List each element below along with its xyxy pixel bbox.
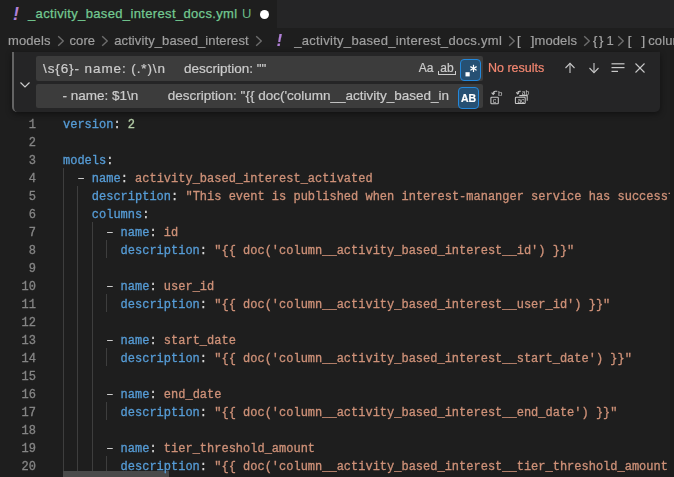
svg-text:b: b <box>498 89 503 98</box>
svg-text:c: c <box>493 97 497 104</box>
svg-text:ab: ab <box>521 89 529 96</box>
svg-text:ac: ac <box>517 97 525 104</box>
